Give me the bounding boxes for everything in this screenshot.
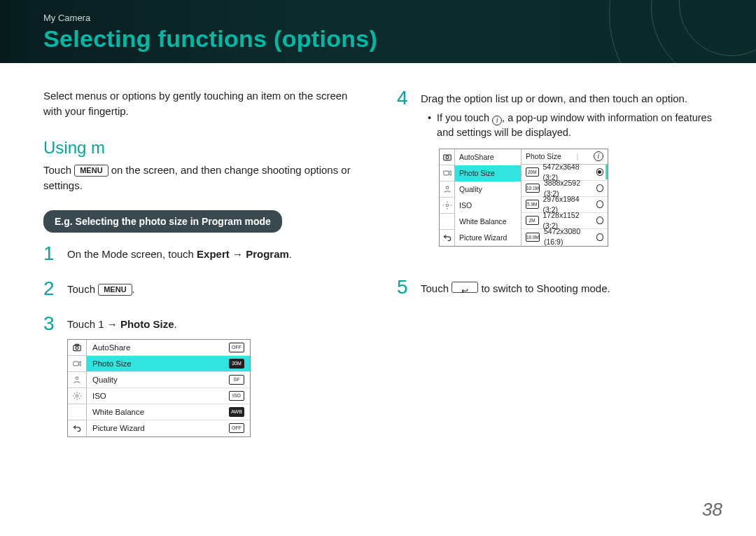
right-column: 4 Drag the option list up or down, and t…	[397, 88, 717, 453]
tab-camera-icon[interactable]	[68, 340, 86, 356]
menu-button-chip: MENU	[74, 165, 108, 177]
text: .	[174, 318, 177, 330]
step-2: 2 Touch MENU.	[43, 279, 363, 298]
heading-prefix: Using	[43, 138, 91, 157]
tab-camera-icon[interactable]	[440, 149, 454, 165]
menu-item-autoshare[interactable]: AutoShareOFF	[87, 340, 250, 356]
label: Picture Wizard	[92, 422, 145, 434]
label: AutoShare	[459, 152, 494, 163]
tab-video-icon[interactable]	[440, 165, 454, 181]
menu-item-quality[interactable]: QualitySF	[87, 372, 250, 388]
label: ISO	[459, 200, 472, 211]
info-icon	[492, 116, 502, 125]
photo-size-options: Photo Size | i 20M5472x3648 (3:2) 10.1M3…	[522, 149, 608, 246]
page-header: My Camera Selecting functions (options)	[0, 0, 756, 63]
label: Picture Wizard	[459, 233, 507, 243]
step-4: 4 Drag the option list up or down, and t…	[397, 88, 717, 262]
menu-item-white-balance[interactable]: White Balance	[455, 214, 521, 230]
svg-rect-3	[74, 362, 79, 366]
page-title: Selecting functions (options)	[43, 25, 377, 53]
section-heading-using: Using m	[43, 136, 363, 160]
step-5: 5 Touch to switch to Shooting mode.	[397, 277, 717, 297]
svg-point-5	[76, 394, 78, 397]
text: 1	[98, 318, 104, 330]
step-body: Touch to switch to Shooting mode.	[421, 277, 610, 297]
menu-button-chip: MENU	[98, 284, 132, 296]
label: White Balance	[92, 406, 144, 418]
svg-rect-2	[76, 344, 79, 345]
example-heading: E.g. Selecting the photo size in Program…	[43, 210, 282, 233]
page-number: 38	[702, 499, 722, 521]
intro-text: Select menus or options by gently touchi…	[43, 88, 363, 119]
label: 5472x3080 (16:9)	[544, 226, 592, 247]
step-number: 3	[43, 314, 59, 437]
text: Touch	[67, 318, 98, 330]
text: →	[230, 248, 246, 260]
camera-tabs	[68, 340, 87, 437]
menu-item-photo-size[interactable]: Photo Size20M	[87, 356, 250, 372]
text-bold: Photo Size	[120, 318, 174, 330]
step-body: Touch MENU.	[67, 279, 135, 298]
step-number: 5	[397, 277, 412, 297]
menu-item-iso[interactable]: ISO	[455, 198, 521, 214]
step-number: 2	[43, 279, 59, 298]
size-icon: 16.9M	[526, 233, 540, 242]
radio-icon	[596, 217, 603, 224]
radio-icon	[596, 200, 603, 208]
tab-video-icon[interactable]	[68, 356, 86, 372]
breadcrumb: My Camera	[43, 13, 90, 23]
text: .	[289, 248, 292, 260]
radio-selected-icon	[596, 168, 603, 176]
camera-menu-screenshot-2: AutoShare Photo Size Quality ISO White B…	[439, 149, 608, 247]
tab-back-icon[interactable]	[68, 420, 86, 437]
info-icon[interactable]: i	[594, 151, 603, 161]
menu-item-autoshare[interactable]: AutoShare	[455, 149, 521, 165]
size-icon: 20M	[526, 167, 539, 177]
menu-item-white-balance[interactable]: White BalanceAWB	[87, 404, 250, 420]
value-icon: OFF	[229, 343, 244, 352]
scroll-indicator	[606, 165, 608, 179]
camera-menu-list: AutoShareOFF Photo Size20M QualitySF ISO…	[87, 340, 250, 437]
text: →	[107, 318, 120, 330]
label: Quality	[92, 374, 118, 386]
text: .	[132, 283, 135, 295]
camera-menu-screenshot-1: AutoShareOFF Photo Size20M QualitySF ISO…	[67, 339, 251, 437]
label: AutoShare	[92, 342, 130, 354]
text: If you touch	[437, 112, 492, 123]
camera-tabs	[440, 149, 455, 246]
text: Drag the option list up or down, and the…	[421, 92, 687, 104]
step-3: 3 Touch 1 → Photo Size.	[43, 314, 363, 437]
text: Touch	[67, 283, 98, 295]
tab-back-icon[interactable]	[440, 230, 454, 246]
menu-item-picture-wizard[interactable]: Picture Wizard	[455, 230, 521, 246]
menu-item-iso[interactable]: ISOISO	[87, 388, 250, 404]
tab-user-icon[interactable]	[68, 372, 86, 388]
menu-item-photo-size[interactable]: Photo Size	[455, 165, 521, 181]
tab-gear-icon[interactable]	[68, 388, 86, 404]
step-1: 1 On the Mode screen, touch Expert → Pro…	[43, 244, 363, 263]
value-icon: AWB	[229, 407, 244, 417]
value-icon: SF	[229, 375, 244, 385]
step-body: Touch 1 → Photo Size. AutoShare	[67, 314, 251, 437]
label: Photo Size	[92, 358, 132, 370]
step-number: 1	[43, 244, 59, 263]
svg-point-4	[76, 377, 78, 380]
tab-spacer	[440, 214, 454, 230]
tab-user-icon[interactable]	[440, 181, 454, 198]
back-button-chip	[451, 282, 478, 293]
size-icon: 10.1M	[526, 184, 540, 193]
size-option-row[interactable]: 16.9M5472x3080 (16:9)	[522, 229, 608, 245]
size-icon: 2M	[526, 216, 539, 225]
text-bold: Program	[246, 248, 289, 260]
menu-item-quality[interactable]: Quality	[455, 181, 521, 198]
step-body: On the Mode screen, touch Expert → Progr…	[67, 244, 292, 263]
label: Quality	[459, 184, 482, 195]
menu-item-picture-wizard[interactable]: Picture WizardOFF	[87, 420, 250, 437]
step-4-sub-bullet: If you touch , a pop-up window with info…	[428, 111, 717, 140]
text: to switch to Shooting mode.	[481, 282, 610, 294]
tab-gear-icon[interactable]	[440, 198, 454, 214]
header-decoration	[525, 0, 756, 63]
svg-point-9	[446, 186, 449, 189]
value-icon: OFF	[229, 423, 244, 433]
svg-point-7	[445, 156, 448, 158]
